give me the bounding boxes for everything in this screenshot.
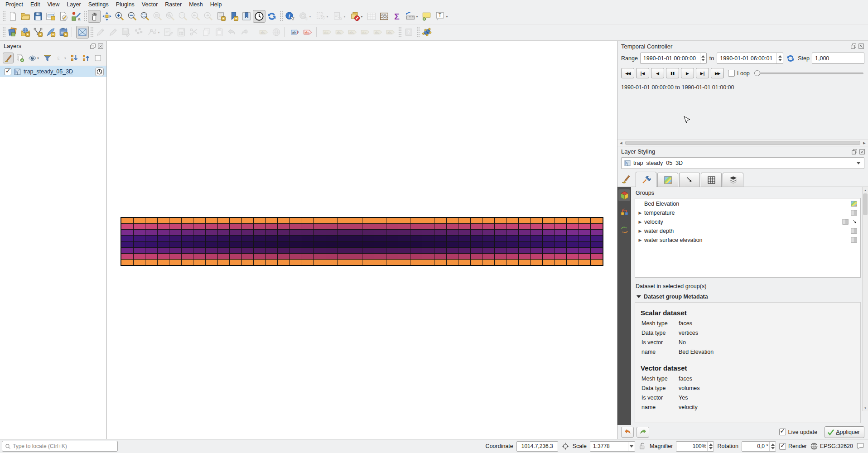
chevron-down-icon[interactable] [628,442,635,451]
measure-icon[interactable]: ▾ [403,10,420,23]
expand-arrow-icon[interactable]: ▶ [637,229,643,233]
undo-icon[interactable] [226,26,238,39]
styling-vertical-scrollbar[interactable]: ▲ ▼ [862,187,868,411]
magnifier-spinbox[interactable] [676,441,714,452]
dataset-group-label[interactable]: Bed Elevation [644,201,679,207]
menu-layer[interactable]: Layer [63,1,84,8]
scroll-up-icon[interactable]: ▲ [863,187,868,193]
rotation-spinner[interactable] [769,442,776,451]
digitize-points-icon[interactable] [132,26,145,39]
dataset-group-row[interactable]: ▶temperature [635,208,860,217]
remove-layer-icon[interactable] [92,53,103,63]
new-spatial-bookmark-icon[interactable] [215,10,227,23]
run-feature-action-icon[interactable]: ▾ [296,10,313,23]
expand-all-icon[interactable] [69,53,80,63]
styling-undo-button[interactable] [621,427,634,438]
magnifier-spinner[interactable] [707,442,714,451]
rotation-spinbox[interactable] [742,441,776,452]
metadata-collapse-header[interactable]: Dataset group Metadata [635,294,861,300]
range-start-spinner[interactable] [700,53,706,63]
dataset-group-row[interactable]: ▶water depth [635,226,860,236]
range-end-spinner[interactable] [776,53,783,63]
menu-view[interactable]: View [43,1,63,8]
zoom-out-icon[interactable] [126,10,139,23]
change-label-icon[interactable]: abc [384,26,397,39]
filter-by-expression-icon[interactable]: ε▾ [53,53,68,63]
range-refresh-icon[interactable] [785,53,796,64]
styling-layer-select[interactable]: trap_steady_05_3D [621,157,864,169]
refresh-map-icon[interactable] [265,10,278,23]
current-edits-icon[interactable] [94,26,107,39]
expand-arrow-icon[interactable]: ▶ [637,238,643,242]
skip-to-end-button[interactable]: ▶| [696,68,709,78]
map-canvas[interactable] [107,41,617,439]
scale-combobox[interactable] [590,441,635,452]
fast-forward-button[interactable]: ▶▶ [711,68,724,78]
styling-redo-button[interactable] [637,427,649,438]
layer-visibility-checkbox[interactable] [5,68,11,75]
show-spatial-bookmarks-icon[interactable] [227,10,240,23]
save-project-icon[interactable] [32,10,44,23]
locator-search-input[interactable] [2,441,118,452]
temporal-controller-icon[interactable] [253,10,265,23]
text-annotation-icon[interactable]: T▾ [433,10,450,23]
pause-button[interactable]: ▮▮ [666,68,679,78]
identify-features-icon[interactable]: i [284,10,296,23]
layers-panel-close-icon[interactable] [97,43,104,49]
styling-panel-float-icon[interactable] [851,149,858,155]
zoom-last-icon[interactable] [189,10,202,23]
field-calc-edit-icon[interactable] [175,26,188,39]
diagram-options-icon[interactable]: abc [302,26,314,39]
new-mesh-layer-icon[interactable] [76,26,89,39]
tab-mesh-frame[interactable] [701,173,722,187]
mesh-simplification-icon[interactable] [618,207,630,218]
layer-temporal-indicator-icon[interactable] [95,67,104,76]
tab-vector-arrows[interactable] [679,173,700,187]
zoom-to-layer-icon[interactable] [164,10,177,23]
scroll-down-icon[interactable]: ▼ [863,405,868,411]
zoom-native-icon[interactable]: 1:1 [177,10,189,23]
dataset-group-label[interactable]: water surface elevation [644,237,703,243]
highlight-pinned-labels-icon[interactable]: abc [321,26,333,39]
layer-row[interactable]: trap_steady_05_3D [0,66,106,77]
menu-settings[interactable]: Settings [85,1,112,8]
styling-panel-close-icon[interactable] [859,149,865,155]
skip-to-start-button[interactable]: |◀ [636,68,649,78]
menu-plugins[interactable]: Plugins [112,1,138,8]
menu-raster[interactable]: Raster [161,1,185,8]
bookmark-manager-icon[interactable] [240,10,253,23]
dataset-group-label[interactable]: temperature [644,210,675,216]
render-checkbox[interactable] [779,443,786,450]
dataset-group-label[interactable]: water depth [644,228,674,234]
add-group-icon[interactable] [14,53,25,63]
live-update-checkbox[interactable] [779,429,786,435]
labeling-options-icon[interactable]: ab [289,26,302,39]
collapse-all-icon[interactable] [81,53,92,63]
scroll-left-icon[interactable]: ◀ [617,140,625,146]
style-manager-icon[interactable]: a [70,10,82,23]
scroll-handle[interactable] [863,193,868,215]
toggle-editing-icon[interactable] [107,26,120,39]
field-calculator-icon[interactable] [378,10,391,23]
messages-bubble-icon[interactable] [856,442,864,450]
layer-name[interactable]: trap_steady_05_3D [24,68,73,75]
new-print-layout-icon[interactable] [44,10,57,23]
dataset-group-row[interactable]: ▶velocity [635,217,860,226]
play-button[interactable]: ▶ [681,68,694,78]
move-label-icon[interactable]: abc [359,26,371,39]
layer-labeling-icon[interactable]: abc [257,26,270,39]
scroll-handle[interactable] [625,141,860,145]
tab-contours[interactable] [657,173,678,187]
open-layer-styling-icon[interactable] [3,53,14,63]
paste-features-icon[interactable] [213,26,226,39]
temporal-panel-float-icon[interactable] [850,43,857,49]
select-features-icon[interactable]: ▾ [313,10,331,23]
dataset-group-row[interactable]: ▶water surface elevation [635,236,860,245]
filter-legend-icon[interactable] [42,53,53,63]
map-tips-icon[interactable] [420,10,433,23]
coordinate-input[interactable] [516,441,558,452]
layer-diagram-icon[interactable] [270,26,283,39]
zoom-next-icon[interactable] [202,10,215,23]
new-geopackage-layer-icon[interactable] [19,26,32,39]
menu-edit[interactable]: Edit [27,1,44,8]
